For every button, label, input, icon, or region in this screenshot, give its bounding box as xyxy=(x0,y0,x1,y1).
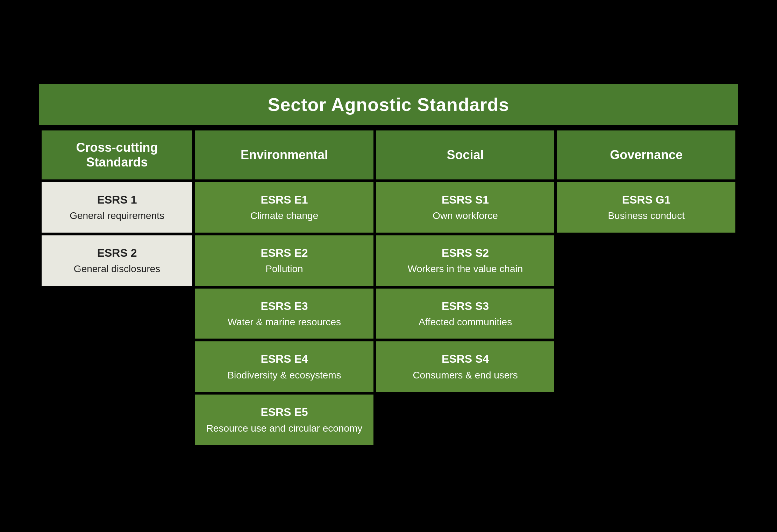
cell-title: ESRS E1 xyxy=(201,192,368,208)
cell-subtitle: Consumers & end users xyxy=(382,368,549,382)
cell-environmental-0: ESRS E1Climate change xyxy=(195,182,373,233)
cell-subtitle: Pollution xyxy=(201,262,368,276)
cell-empty-governance-3 xyxy=(557,341,735,392)
table-row: ESRS E3Water & marine resourcesESRS S3Af… xyxy=(42,289,735,339)
cell-subtitle: General requirements xyxy=(47,209,187,222)
cell-social-0: ESRS S1Own workforce xyxy=(376,182,555,233)
cell-environmental-3: ESRS E4Biodiversity & ecosystems xyxy=(195,341,373,392)
cell-environmental-2: ESRS E3Water & marine resources xyxy=(195,289,373,339)
cell-empty-social-4 xyxy=(376,395,555,445)
cell-empty-crosscutting-4 xyxy=(42,395,192,445)
table-container: Sector Agnostic Standards Cross-cutting … xyxy=(39,84,738,448)
cell-title: ESRS G1 xyxy=(563,192,730,208)
cell-governance-0: ESRS G1Business conduct xyxy=(557,182,735,233)
cell-environmental-1: ESRS E2Pollution xyxy=(195,235,373,286)
cell-subtitle: Own workforce xyxy=(382,209,549,222)
cell-social-1: ESRS S2Workers in the value chain xyxy=(376,235,555,286)
cell-title: ESRS S1 xyxy=(382,192,549,208)
cell-title: ESRS S3 xyxy=(382,298,549,314)
main-title: Sector Agnostic Standards xyxy=(268,94,509,115)
cell-title: ESRS S2 xyxy=(382,245,549,261)
cell-subtitle: Affected communities xyxy=(382,315,549,329)
main-header: Sector Agnostic Standards xyxy=(39,84,738,125)
table-row: ESRS 2General disclosuresESRS E2Pollutio… xyxy=(42,235,735,286)
cell-title: ESRS 1 xyxy=(47,192,187,208)
cell-social-3: ESRS S4Consumers & end users xyxy=(376,341,555,392)
table-row: ESRS 1General requirementsESRS E1Climate… xyxy=(42,182,735,233)
cell-subtitle: Climate change xyxy=(201,209,368,222)
cell-title: ESRS E3 xyxy=(201,298,368,314)
cell-title: ESRS S4 xyxy=(382,351,549,367)
page-wrapper: Sector Agnostic Standards Cross-cutting … xyxy=(0,0,777,532)
cell-subtitle: General disclosures xyxy=(47,262,187,276)
cell-crosscutting-1: ESRS 2General disclosures xyxy=(42,235,192,286)
cell-empty-governance-1 xyxy=(557,235,735,286)
header-governance: Governance xyxy=(557,130,735,179)
header-row: Cross-cutting Standards Environmental So… xyxy=(42,130,735,179)
header-environmental: Environmental xyxy=(195,130,373,179)
cell-empty-crosscutting-3 xyxy=(42,341,192,392)
cell-empty-governance-4 xyxy=(557,395,735,445)
cell-social-2: ESRS S3Affected communities xyxy=(376,289,555,339)
cell-subtitle: Workers in the value chain xyxy=(382,262,549,276)
cell-subtitle: Water & marine resources xyxy=(201,315,368,329)
cell-title: ESRS 2 xyxy=(47,245,187,261)
header-social: Social xyxy=(376,130,555,179)
cell-subtitle: Biodiversity & ecosystems xyxy=(201,368,368,382)
standards-table: Cross-cutting Standards Environmental So… xyxy=(39,128,738,448)
cell-environmental-4: ESRS E5Resource use and circular economy xyxy=(195,395,373,445)
cell-title: ESRS E4 xyxy=(201,351,368,367)
cell-empty-governance-2 xyxy=(557,289,735,339)
cell-subtitle: Resource use and circular economy xyxy=(201,421,368,435)
table-row: ESRS E5Resource use and circular economy xyxy=(42,395,735,445)
cell-title: ESRS E2 xyxy=(201,245,368,261)
header-crosscutting: Cross-cutting Standards xyxy=(42,130,192,179)
cell-title: ESRS E5 xyxy=(201,404,368,420)
cell-crosscutting-0: ESRS 1General requirements xyxy=(42,182,192,233)
cell-empty-crosscutting-2 xyxy=(42,289,192,339)
table-row: ESRS E4Biodiversity & ecosystemsESRS S4C… xyxy=(42,341,735,392)
cell-subtitle: Business conduct xyxy=(563,209,730,222)
